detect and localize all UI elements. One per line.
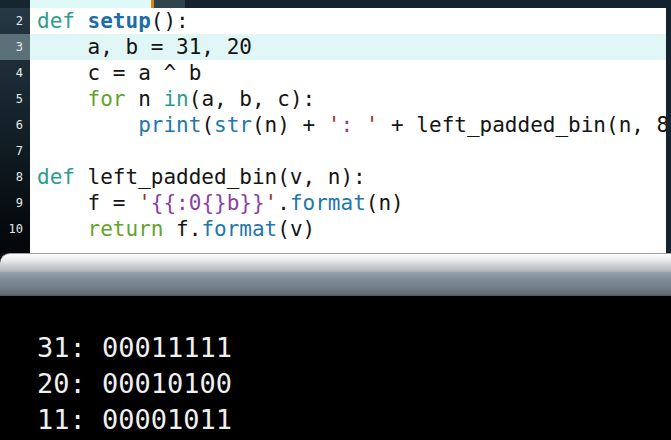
pane-splitter[interactable] — [0, 271, 671, 296]
code-token-plain: (v) — [277, 217, 315, 241]
code-token-builtin: str — [214, 113, 252, 137]
horizontal-scrollbar[interactable] — [0, 253, 671, 271]
code-line[interactable]: def setup(): — [30, 8, 671, 34]
code-token-str-q: ' — [366, 113, 379, 137]
code-token-kw-def: def — [37, 9, 88, 33]
code-token-str-q: ' — [265, 191, 278, 215]
code-token-plain: + left_padded_bin(n, 8)) — [378, 113, 671, 137]
code-token-plain — [37, 113, 138, 137]
code-token-builtin: print — [138, 113, 201, 137]
code-editor[interactable]: 2345678910 def setup(): a, b = 31, 20 c … — [0, 8, 671, 253]
code-line[interactable]: def left_padded_bin(v, n): — [30, 164, 671, 190]
code-token-str-body: : — [340, 113, 365, 137]
code-token-plain: c = a ^ b — [37, 61, 201, 85]
code-area[interactable]: def setup(): a, b = 31, 20 c = a ^ b for… — [30, 8, 671, 253]
code-line[interactable]: return f.format(v) — [30, 216, 671, 242]
code-line[interactable]: print(str(n) + ': ' + left_padded_bin(n,… — [30, 112, 671, 138]
code-token-kw-flow: for — [37, 87, 126, 111]
code-token-kw-def: in — [163, 87, 188, 111]
line-number: 9 — [0, 190, 30, 216]
code-token-kw-flow: return — [37, 217, 163, 241]
code-token-plain: f = — [37, 191, 138, 215]
code-line[interactable]: f = '{{:0{}b}}'.format(n) — [30, 190, 671, 216]
line-number: 10 — [0, 216, 30, 242]
line-number: 8 — [0, 164, 30, 190]
code-token-kw-def: def — [37, 165, 88, 189]
terminal-output-line: 20: 00010100 — [37, 366, 671, 402]
line-number: 4 — [0, 60, 30, 86]
code-token-plain: . — [277, 191, 290, 215]
horizontal-scrollbar-thumb[interactable] — [0, 253, 671, 271]
code-line[interactable]: c = a ^ b — [30, 60, 671, 86]
code-token-plain: (): — [151, 9, 189, 33]
code-token-str-q: ' — [138, 191, 151, 215]
code-token-plain: ( — [201, 113, 214, 137]
code-token-plain: (a, b, c): — [189, 87, 315, 111]
code-token-plain: n — [126, 87, 164, 111]
code-token-builtin: format — [201, 217, 277, 241]
terminal-output-line: 31: 00011111 — [37, 330, 671, 366]
code-token-plain: left_padded_bin(v, n): — [88, 165, 366, 189]
line-number: 2 — [0, 8, 30, 34]
code-token-plain: f. — [163, 217, 201, 241]
code-token-plain: (n) + — [252, 113, 328, 137]
line-number-gutter: 2345678910 — [0, 8, 30, 253]
code-token-plain: a, b = 31, 20 — [37, 35, 252, 59]
code-token-plain: (n) — [366, 191, 404, 215]
minimap-gutter-segment — [0, 0, 30, 8]
minimap-viewport — [30, 0, 151, 8]
terminal-output-line: 11: 00001011 — [37, 402, 671, 438]
code-line[interactable] — [30, 138, 671, 164]
minimap-track — [185, 0, 671, 8]
code-token-str-q: ' — [328, 113, 341, 137]
vertical-scrollbar-track[interactable] — [666, 8, 671, 253]
code-token-str-body: {{:0{}b}} — [151, 191, 265, 215]
line-number: 6 — [0, 112, 30, 138]
code-token-fn-special: setup — [88, 9, 151, 33]
line-number: 3 — [0, 34, 30, 60]
code-token-builtin: format — [290, 191, 366, 215]
code-line[interactable]: for n in(a, b, c): — [30, 86, 671, 112]
line-number: 7 — [0, 138, 30, 164]
top-scroll-indicator-bar[interactable] — [0, 0, 671, 8]
app-window: 2345678910 def setup(): a, b = 31, 20 c … — [0, 0, 671, 440]
line-number: 5 — [0, 86, 30, 112]
terminal-output-pane[interactable]: 31: 0001111120: 0001010011: 00001011 — [0, 296, 671, 440]
code-line[interactable]: a, b = 31, 20 — [30, 34, 671, 60]
minimap-scroll-thumb[interactable] — [154, 0, 185, 8]
